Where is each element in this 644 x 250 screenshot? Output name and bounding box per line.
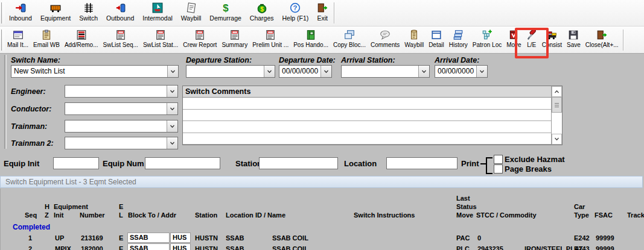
departure-date-value: 00/00/0000 xyxy=(279,66,320,77)
col-l: L xyxy=(119,211,123,219)
trainman2-combobox[interactable] xyxy=(65,137,178,149)
dropdown-button[interactable] xyxy=(320,66,331,77)
copy-block-button[interactable]: Copy Bloc... xyxy=(331,27,368,53)
detail-button[interactable]: Detail xyxy=(426,27,447,53)
inbound-button[interactable]: Inbound xyxy=(5,0,36,26)
arrival-station-value xyxy=(342,66,418,77)
prelim-unit-button[interactable]: Prelim Unit ... xyxy=(250,27,291,53)
comments-button[interactable]: Comments xyxy=(368,27,402,53)
inbound-icon xyxy=(15,2,26,13)
move-button[interactable]: Move xyxy=(504,27,523,53)
outbound-button[interactable]: Outbound xyxy=(102,0,138,26)
station-input[interactable] xyxy=(259,157,338,169)
row-seq: 1 xyxy=(28,234,32,242)
departure-station-combobox[interactable] xyxy=(186,65,275,78)
scrollbar-thumb[interactable] xyxy=(552,97,562,113)
crew-report-button[interactable]: Crew Report xyxy=(180,27,219,53)
green-book-icon xyxy=(305,30,316,40)
mail-it-button[interactable]: Mail It... xyxy=(5,27,31,53)
chevron-down-icon xyxy=(479,70,485,73)
dropdown-button[interactable] xyxy=(167,120,177,132)
comment-row[interactable] xyxy=(183,98,551,109)
intermodal-button[interactable]: Intermodal xyxy=(138,0,177,26)
history-button[interactable]: History xyxy=(447,27,470,53)
equip-num-input[interactable] xyxy=(145,157,220,169)
equipment-button[interactable]: Equipment xyxy=(36,0,75,26)
comment-row[interactable] xyxy=(183,133,551,145)
waybill-2-button[interactable]: Waybill xyxy=(402,27,426,53)
email-wb-button[interactable]: Email WB xyxy=(31,27,62,53)
patron-loc-button[interactable]: Patron Loc xyxy=(470,27,504,53)
dropdown-button[interactable] xyxy=(264,66,275,77)
chevron-down-icon xyxy=(324,70,329,73)
add-remove-button[interactable]: Add/Remo... xyxy=(62,27,101,53)
row-stcc: 2943235 xyxy=(477,245,503,250)
equip-init-label: Equip Init xyxy=(4,159,39,168)
charges-icon: $ xyxy=(257,2,267,13)
chevron-down-icon xyxy=(554,137,560,141)
chevron-up-icon xyxy=(554,90,560,93)
copy-pages-icon xyxy=(344,30,355,40)
trainman2-label: Trainman 2: xyxy=(11,139,54,148)
row-el: E xyxy=(119,234,123,242)
dropdown-button[interactable] xyxy=(167,103,177,114)
pos-handoff-label: Pos Hando... xyxy=(293,42,328,48)
switch-button[interactable]: Switch xyxy=(75,0,102,26)
conductor-combobox[interactable] xyxy=(65,102,178,115)
dropdown-button[interactable] xyxy=(167,137,177,149)
demurrage-button[interactable]: $ Demurrage xyxy=(205,0,246,26)
col-init: Init xyxy=(54,211,64,219)
equip-init-input[interactable] xyxy=(53,157,99,169)
report-icon xyxy=(115,30,126,40)
location-input[interactable] xyxy=(386,157,457,169)
comments-scrollbar[interactable] xyxy=(551,86,562,145)
scroll-track[interactable] xyxy=(552,113,562,134)
departure-date-picker[interactable]: 00/00/0000 xyxy=(279,65,332,78)
addr-cell[interactable]: HUS xyxy=(170,233,191,243)
pos-handoff-button[interactable]: Pos Hando... xyxy=(291,27,331,53)
dropdown-button[interactable] xyxy=(167,86,177,97)
conductor-label: Conductor: xyxy=(11,105,51,113)
exit-button[interactable]: Exit xyxy=(313,0,332,26)
dropdown-button[interactable] xyxy=(476,66,487,77)
block-to-cell[interactable]: SSAB xyxy=(127,243,170,250)
chevron-down-icon xyxy=(170,90,175,93)
demurrage-label: Demurrage xyxy=(209,14,241,22)
dropdown-button[interactable] xyxy=(167,66,178,77)
swlist-stat-button[interactable]: SwList Stat... xyxy=(141,27,180,53)
chevron-down-icon xyxy=(170,70,176,73)
toolbar-grip[interactable] xyxy=(1,2,4,23)
switch-name-combobox[interactable]: New Switch List xyxy=(11,65,179,78)
consist-button[interactable]: Consist xyxy=(540,27,564,53)
scroll-down-button[interactable] xyxy=(552,134,562,145)
row-el: E xyxy=(119,245,123,250)
trainman-combobox[interactable] xyxy=(65,120,178,133)
comment-row[interactable] xyxy=(183,110,551,121)
page-breaks-checkbox[interactable] xyxy=(494,164,503,173)
trainman-value xyxy=(65,120,167,132)
scroll-up-button[interactable] xyxy=(552,86,562,97)
waybill-button[interactable]: Waybill xyxy=(177,0,205,26)
engineer-combobox[interactable] xyxy=(65,85,178,98)
dropdown-button[interactable] xyxy=(418,66,429,77)
help-button[interactable]: ? Help (F1) xyxy=(278,0,313,26)
departure-station-label: Departure Station: xyxy=(186,56,252,64)
arrival-date-picker[interactable]: 00/00/0000 xyxy=(435,65,488,78)
summary-button[interactable]: Summary xyxy=(219,27,250,53)
swlist-seq-button[interactable]: SwList Seq... xyxy=(101,27,141,53)
addr-cell[interactable]: HUS xyxy=(170,243,191,250)
save-button[interactable]: Save xyxy=(564,27,583,53)
col-number: Number xyxy=(80,211,105,219)
exclude-hazmat-checkbox[interactable] xyxy=(494,155,503,164)
le-button[interactable]: L/E xyxy=(524,27,540,53)
move-label: Move xyxy=(506,42,521,48)
comment-row[interactable] xyxy=(183,121,551,133)
charges-button[interactable]: $ Charges xyxy=(246,0,278,26)
trainman2-value xyxy=(65,137,167,149)
arrival-station-combobox[interactable] xyxy=(341,65,430,78)
toolbar-grip[interactable] xyxy=(1,30,4,51)
close-button[interactable]: Close(Alt+... xyxy=(583,27,621,53)
block-to-cell[interactable]: SSAB xyxy=(127,233,170,243)
col-h: H xyxy=(45,203,49,210)
switch-comments-panel: Switch Comments xyxy=(182,86,563,145)
